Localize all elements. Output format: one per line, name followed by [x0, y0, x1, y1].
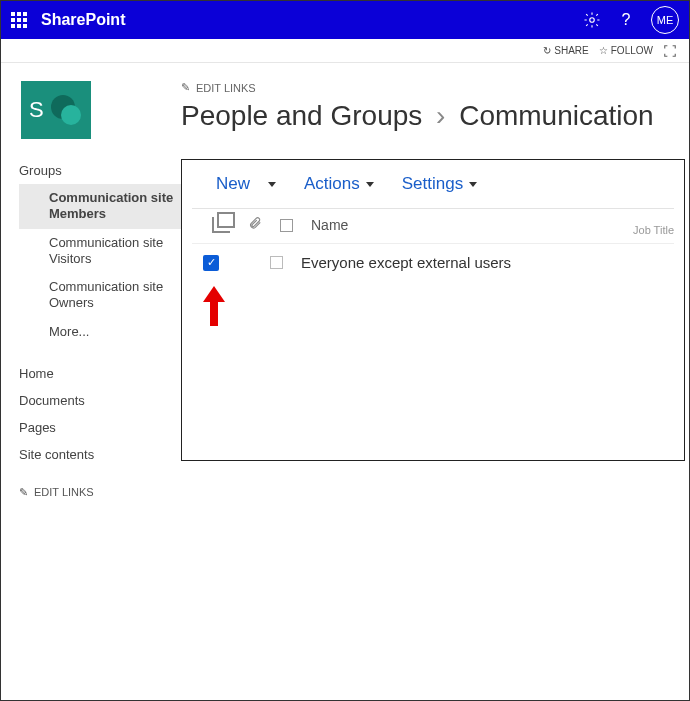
ribbon-settings-label: Settings — [402, 174, 463, 194]
pencil-icon: ✎ — [181, 81, 190, 94]
page-title-left: People and Groups — [181, 100, 422, 131]
edit-links-top[interactable]: ✎ EDIT LINKS — [181, 81, 689, 94]
table-header-row: Name — [192, 209, 674, 244]
sidebar-section-groups[interactable]: Groups — [19, 163, 181, 178]
table-row: ✓ Everyone except external users — [182, 244, 684, 271]
column-header-jobtitle[interactable]: Job Title — [633, 224, 674, 236]
site-logo[interactable]: S — [21, 81, 91, 139]
settings-gear-icon[interactable] — [583, 11, 601, 29]
edit-links-sidebar-label: EDIT LINKS — [34, 486, 94, 498]
site-logo-letter: S — [29, 97, 44, 123]
sidebar-item-visitors[interactable]: Communication site Visitors — [19, 229, 181, 274]
share-icon: ↻ — [543, 45, 551, 56]
ribbon-actions-menu[interactable]: Actions — [304, 174, 374, 194]
left-sidebar: Groups Communication site Members Commun… — [1, 153, 181, 499]
chevron-down-icon — [268, 182, 276, 187]
page-header: ✎ EDIT LINKS People and Groups › Communi… — [181, 81, 689, 153]
follow-label: FOLLOW — [611, 45, 653, 56]
annotation-arrow — [203, 286, 225, 326]
ribbon-toolbar: New Actions Settings — [192, 160, 674, 209]
sidebar-item-members[interactable]: Communication site Members — [19, 184, 181, 229]
help-icon[interactable]: ? — [617, 11, 635, 29]
edit-links-sidebar[interactable]: ✎ EDIT LINKS — [19, 486, 181, 499]
sidebar-nav-pages[interactable]: Pages — [19, 414, 181, 441]
row-name-link[interactable]: Everyone except external users — [301, 254, 511, 271]
avatar[interactable]: ME — [651, 6, 679, 34]
chevron-down-icon — [469, 182, 477, 187]
svg-marker-1 — [203, 286, 225, 326]
svg-point-0 — [590, 18, 595, 23]
pencil-icon: ✎ — [19, 486, 28, 499]
sidebar-item-more[interactable]: More... — [19, 318, 181, 346]
main-panel: New Actions Settings Name Job — [181, 159, 685, 461]
suite-bar-right: ? ME — [583, 6, 679, 34]
row-name-checkbox[interactable] — [270, 256, 283, 269]
attachment-icon — [248, 215, 262, 235]
edit-links-top-label: EDIT LINKS — [196, 82, 256, 94]
follow-star-icon: ☆ — [599, 45, 608, 56]
page-title: People and Groups › Communication — [181, 100, 689, 132]
header-area: S ✎ EDIT LINKS People and Groups › Commu… — [1, 63, 689, 153]
page-title-right: Communication — [459, 100, 654, 131]
breadcrumb-separator-icon: › — [436, 100, 445, 131]
suite-bar: SharePoint ? ME — [1, 1, 689, 39]
focus-content-icon[interactable] — [663, 44, 677, 58]
app-launcher-icon[interactable] — [11, 12, 27, 28]
sidebar-nav-home[interactable]: Home — [19, 360, 181, 387]
sidebar-nav-documents[interactable]: Documents — [19, 387, 181, 414]
page-actions-bar: ↻ SHARE ☆ FOLLOW — [1, 39, 689, 63]
sidebar-nav-site-contents[interactable]: Site contents — [19, 441, 181, 468]
groups-list: Communication site Members Communication… — [19, 184, 181, 346]
brand-label: SharePoint — [41, 11, 125, 29]
share-button[interactable]: ↻ SHARE — [543, 45, 588, 56]
select-all-icon[interactable] — [212, 217, 230, 233]
header-select-checkbox[interactable] — [280, 219, 293, 232]
content-row: Groups Communication site Members Commun… — [1, 153, 689, 499]
share-label: SHARE — [554, 45, 588, 56]
ribbon-new-label: New — [216, 174, 250, 194]
ribbon-settings-menu[interactable]: Settings — [402, 174, 477, 194]
follow-button[interactable]: ☆ FOLLOW — [599, 45, 653, 56]
ribbon-new-menu[interactable]: New — [216, 174, 276, 194]
column-header-name[interactable]: Name — [311, 217, 348, 233]
ribbon-actions-label: Actions — [304, 174, 360, 194]
chevron-down-icon — [366, 182, 374, 187]
sidebar-item-owners[interactable]: Communication site Owners — [19, 273, 181, 318]
row-select-checkbox[interactable]: ✓ — [203, 255, 219, 271]
suite-bar-left: SharePoint — [11, 11, 125, 29]
